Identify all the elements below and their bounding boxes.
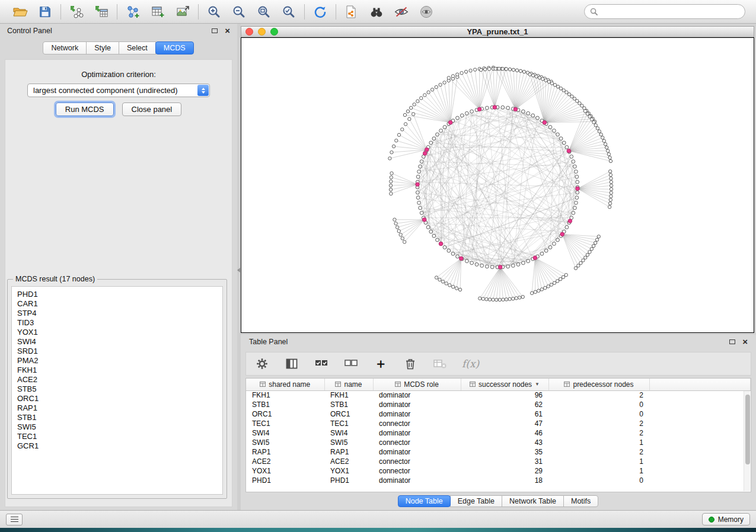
mcds-result-item[interactable]: YOX1 [17,328,222,337]
window-maximize-icon[interactable] [270,28,278,36]
mcds-result-item[interactable]: TID3 [17,318,222,328]
column-header-predecessor-nodes[interactable]: predecessor nodes [548,379,649,390]
mcds-result-item[interactable]: CAR1 [17,299,222,309]
tab-node-table[interactable]: Node Table [398,495,451,507]
cell-successor_nodes[interactable]: 43 [461,438,548,447]
close-table-panel-icon[interactable]: × [742,339,748,345]
cell-shared_name[interactable]: SWI4 [246,428,324,438]
cell-mcds_role[interactable]: dominator [373,476,461,485]
find-binoculars-icon[interactable] [368,4,385,20]
table-row[interactable]: ACE2ACE2connector311 [246,457,751,466]
cell-mcds_role[interactable]: connector [373,457,461,466]
search-input[interactable] [601,8,739,16]
cell-predecessor_nodes[interactable]: 1 [548,466,649,476]
table-row[interactable]: FKH1FKH1dominator962 [246,390,751,400]
cell-predecessor_nodes[interactable]: 2 [548,447,649,457]
mcds-result-item[interactable]: RAP1 [17,403,222,413]
cell-successor_nodes[interactable]: 18 [461,476,548,485]
table-row[interactable]: RAP1RAP1dominator352 [246,447,751,457]
network-graph[interactable] [241,38,754,332]
cell-mcds_role[interactable]: connector [373,438,461,447]
cell-successor_nodes[interactable]: 31 [461,457,548,466]
zoom-out-icon[interactable] [231,4,247,20]
cell-name[interactable]: STB1 [324,400,373,409]
cell-mcds_role[interactable]: dominator [373,447,461,457]
mcds-result-item[interactable]: STB5 [17,384,222,394]
table-row[interactable]: SWI4SWI4dominator462 [246,428,751,438]
cell-name[interactable]: FKH1 [324,390,373,400]
splitter-collapse-icon[interactable] [237,268,240,273]
select-all-columns-icon[interactable] [314,356,329,371]
mcds-result-list[interactable]: PHD1CAR1STP4TID3YOX1SWI4SRD1PMA2FKH1ACE2… [11,286,223,495]
mcds-result-item[interactable]: SWI4 [17,337,222,347]
cell-shared_name[interactable]: STB1 [246,400,324,409]
tab-network-table[interactable]: Network Table [502,495,564,507]
cell-predecessor_nodes[interactable]: 1 [548,457,649,466]
cell-predecessor_nodes[interactable]: 0 [548,400,649,409]
cell-mcds_role[interactable]: dominator [373,400,461,409]
cell-name[interactable]: ORC1 [324,409,373,419]
tab-mcds[interactable]: MCDS [155,41,194,55]
table-settings-gear-icon[interactable] [254,356,270,371]
window-close-icon[interactable] [245,28,253,36]
mcds-result-item[interactable]: PHD1 [17,290,222,299]
column-header-shared-name[interactable]: shared name [246,379,324,390]
open-file-icon[interactable] [12,4,28,20]
cell-successor_nodes[interactable]: 62 [461,400,548,409]
cell-mcds_role[interactable]: dominator [373,409,461,419]
cell-name[interactable]: ACE2 [324,457,373,466]
cell-mcds_role[interactable]: dominator [373,390,461,400]
network-window-titlebar[interactable]: YPA_prune.txt_1 [241,26,754,37]
mcds-result-item[interactable]: STP4 [17,309,222,318]
refresh-icon[interactable] [312,4,328,20]
cell-successor_nodes[interactable]: 35 [461,447,548,457]
cell-mcds_role[interactable]: connector [373,419,461,428]
export-image-icon[interactable] [174,4,191,20]
column-header-name[interactable]: name [324,379,373,390]
cell-name[interactable]: YOX1 [324,466,373,476]
table-row[interactable]: YOX1YOX1connector291 [246,466,751,476]
tab-edge-table[interactable]: Edge Table [450,495,502,507]
table-scrollbar-thumb[interactable] [745,395,750,464]
table-row[interactable]: ORC1ORC1dominator610 [246,409,751,419]
cell-predecessor_nodes[interactable]: 2 [548,390,649,400]
cell-successor_nodes[interactable]: 46 [461,428,548,438]
mcds-result-item[interactable]: ORC1 [17,394,222,403]
cell-predecessor_nodes[interactable]: 2 [548,428,649,438]
cell-name[interactable]: RAP1 [324,447,373,457]
eye-icon[interactable] [418,4,435,20]
close-panel-button[interactable]: Close panel [122,102,182,116]
network-canvas[interactable] [241,37,754,333]
table-row[interactable]: STB1STB1dominator620 [246,400,751,409]
zoom-in-icon[interactable] [206,4,222,20]
hide-eye-slash-icon[interactable] [393,4,410,20]
cell-name[interactable]: SWI5 [324,438,373,447]
deselect-all-columns-icon[interactable] [343,356,359,371]
table-row[interactable]: SWI5SWI5connector431 [246,438,751,447]
cell-shared_name[interactable]: PHD1 [246,476,324,485]
cell-shared_name[interactable]: SWI5 [246,438,324,447]
cell-shared_name[interactable]: YOX1 [246,466,324,476]
create-column-icon[interactable]: ＋ [373,356,388,371]
zoom-selected-icon[interactable] [280,4,297,20]
table-row[interactable]: PHD1PHD1dominator180 [246,476,751,485]
cell-name[interactable]: SWI4 [324,428,373,438]
cell-shared_name[interactable]: RAP1 [246,447,324,457]
tab-select[interactable]: Select [119,41,156,55]
new-network-icon[interactable] [125,4,141,20]
cell-predecessor_nodes[interactable]: 0 [548,409,649,419]
float-table-panel-icon[interactable] [729,339,735,344]
cell-successor_nodes[interactable]: 29 [461,466,548,476]
import-network-icon[interactable] [68,4,85,20]
mcds-result-item[interactable]: SRD1 [17,347,222,356]
mcds-result-item[interactable]: STB1 [17,413,222,422]
save-icon[interactable] [37,4,53,20]
mcds-result-item[interactable]: TEC1 [17,432,222,441]
cell-mcds_role[interactable]: dominator [373,428,461,438]
delete-column-icon[interactable] [403,356,418,371]
optimization-criterion-select[interactable]: largest connected component (undirected) [27,84,210,97]
mcds-result-item[interactable]: GCR1 [17,441,222,451]
table-row[interactable]: TEC1TEC1connector472 [246,419,751,428]
column-header-MCDS-role[interactable]: MCDS role [373,379,461,390]
cell-predecessor_nodes[interactable]: 0 [548,476,649,485]
